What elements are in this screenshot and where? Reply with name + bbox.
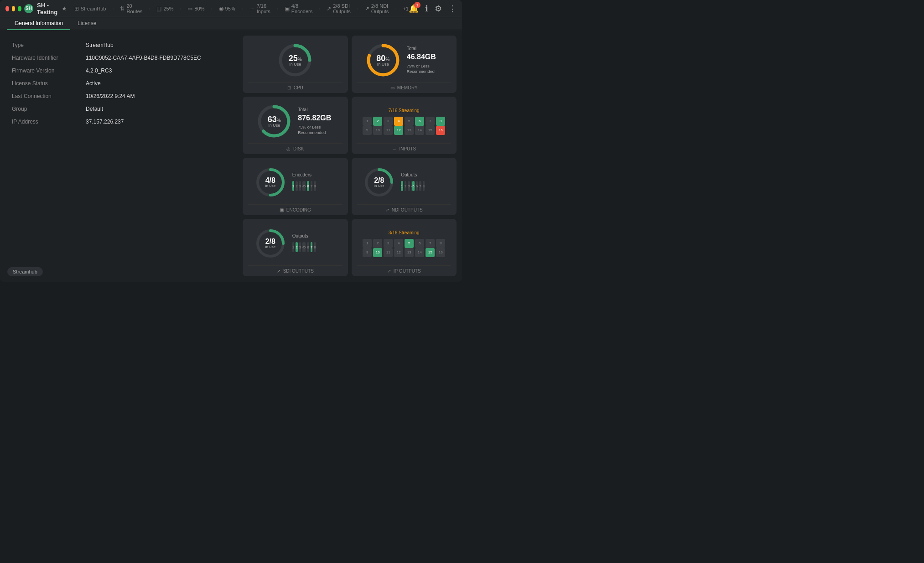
info-value: 37.157.226.237: [86, 119, 225, 130]
cpu-status-label: 25%: [163, 6, 173, 11]
enc-box-8: 8: [423, 181, 425, 191]
ndi-outputs-footer-icon: ↗: [385, 207, 389, 212]
info-row: IP Address 37.157.226.237: [12, 119, 225, 130]
sdi-outputs-label: Outputs: [292, 233, 308, 238]
ndi-outputs-grid: 12345678: [401, 181, 445, 192]
close-btn[interactable]: [5, 6, 9, 11]
more-options-button[interactable]: ⋮: [448, 4, 457, 14]
inputs-widget-footer: → INPUTS: [357, 143, 452, 151]
cpu-widget-body: 25% In Use: [248, 40, 343, 80]
info-label: Group: [12, 106, 85, 118]
separator6: ·: [277, 6, 278, 11]
enc-box-2: 2: [405, 181, 406, 191]
tab-license[interactable]: License: [70, 17, 104, 30]
status-ndi-outputs: ↗ 2/8 NDI Outputs: [365, 3, 389, 14]
info-label: License Status: [12, 80, 85, 92]
sdi-outputs-footer-label: SDI OUTPUTS: [283, 269, 314, 274]
status-disk: ◉ 95%: [219, 5, 235, 12]
maximize-btn[interactable]: [18, 6, 21, 11]
notification-badge: 1: [414, 2, 420, 8]
grid-box-14: 14: [415, 126, 424, 135]
inputs-widget: 7/16 Streaming 12345678910111213141516 →…: [352, 97, 457, 154]
disk-widget-footer: ◎ DISK: [248, 143, 343, 151]
enc-box-3: 3: [299, 242, 301, 252]
disk-info: Total 876.82GB 75% or Less Recommended: [298, 107, 334, 135]
grid-box-6: 6: [415, 239, 424, 248]
info-value: 110C9052-CAA7-4AF9-B4D8-FDB9D778C5EC: [86, 55, 225, 67]
plus-one-label: +1: [403, 6, 409, 11]
ndi-outputs-footer-label: NDI OUTPUTS: [392, 207, 423, 212]
grid-box-4: 4: [394, 239, 403, 248]
enc-box-5: 5: [412, 181, 414, 191]
grid-box-16: 16: [436, 126, 445, 135]
ndi-outputs-widget-footer: ↗ NDI OUTPUTS: [357, 204, 452, 212]
encoders-status-label: 4/8 Encoders: [291, 3, 312, 14]
disk-total-label: Total: [298, 107, 334, 112]
info-value: StreamHub: [86, 42, 225, 54]
separator4: ·: [211, 6, 213, 11]
separator: ·: [112, 6, 114, 11]
enc-box-7: 7: [311, 242, 312, 252]
grid-box-15: 15: [426, 126, 435, 135]
grid-box-16: 16: [436, 248, 445, 257]
grid-box-6: 6: [415, 117, 424, 126]
settings-button[interactable]: ⚙: [435, 4, 442, 14]
bottom-streamhub-label: Streamhub: [7, 267, 43, 276]
right-panel: 25% In Use ⊡ CPU: [237, 30, 462, 282]
grid-box-3: 3: [384, 239, 393, 248]
inputs-widget-body: 7/16 Streaming 12345678910111213141516: [357, 101, 452, 141]
grid-box-9: 9: [363, 126, 372, 135]
ip-outputs-grid: 12345678910111213141516: [363, 239, 445, 257]
info-row: License Status Active: [12, 80, 225, 92]
cpu-footer-icon: ⊡: [287, 85, 291, 90]
app-logo: SH: [24, 4, 33, 13]
grid-box-12: 12: [394, 248, 403, 257]
enc-box-7: 7: [419, 181, 421, 191]
favorite-icon[interactable]: ★: [62, 5, 67, 12]
memory-total-value: 46.84GB: [407, 53, 443, 61]
grid-box-1: 1: [363, 239, 372, 248]
minimize-btn[interactable]: [12, 6, 16, 11]
grid-box-10: 10: [373, 248, 382, 257]
info-label: IP Address: [12, 119, 85, 130]
ip-outputs-widget-footer: ↗ IP OUTPUTS: [357, 265, 452, 274]
enc-box-2: 2: [296, 242, 297, 252]
grid-box-13: 13: [405, 248, 414, 257]
app-window: SH SH - Testing ★ ⊞ StreamHub · ⇅ 20 Rou…: [0, 0, 462, 282]
status-sdi-outputs: ↗ 2/8 SDI Outputs: [327, 3, 351, 14]
grid-box-4: 4: [394, 117, 403, 126]
grid-box-8: 8: [436, 239, 445, 248]
grid-box-5: 5: [405, 117, 414, 126]
tab-general-information[interactable]: General Information: [7, 17, 70, 30]
grid-box-7: 7: [426, 239, 435, 248]
inputs-status-label: 7/16 Inputs: [257, 3, 270, 14]
cpu-widget-footer: ⊡ CPU: [248, 82, 343, 90]
info-table: Type StreamHubHardware Identifier 110C90…: [11, 41, 226, 131]
memory-status-label: 80%: [194, 6, 204, 11]
memory-footer-label: MEMORY: [397, 85, 418, 90]
notifications-button[interactable]: 🔔 1: [409, 4, 419, 14]
ndi-outputs-grid-container: Outputs 12345678: [401, 172, 445, 192]
status-memory: ▭ 80%: [187, 5, 204, 12]
status-routes: ⇅ 20 Routes: [120, 3, 142, 14]
ndi-outputs-widget-body: 2/8 In Use Outputs 12345678: [357, 162, 452, 202]
status-bar: ⊞ StreamHub · ⇅ 20 Routes · ◫ 25% · ▭ 80…: [74, 3, 409, 14]
info-label: Type: [12, 42, 85, 54]
ndi-outputs-widget: 2/8 In Use Outputs 12345678 ↗ NDI OUTPUT…: [352, 158, 457, 215]
encoding-grid: 12345678: [292, 181, 337, 192]
grid-box-15: 15: [426, 248, 435, 257]
inputs-grid: 12345678910111213141516: [363, 117, 445, 135]
sdi-outputs-grid-container: Outputs 12345678: [292, 233, 337, 253]
sdi-outputs-donut: 2/8 In Use: [254, 227, 287, 260]
disk-widget: 63% In Use Total 876.82GB 75% or Less Re…: [243, 97, 348, 154]
grid-box-1: 1: [363, 117, 372, 126]
left-panel: Type StreamHubHardware Identifier 110C90…: [0, 30, 237, 282]
ip-outputs-widget: 3/16 Streaming 12345678910111213141516 ↗…: [352, 219, 457, 276]
sdi-outputs-widget-footer: ↗ SDI OUTPUTS: [248, 265, 343, 274]
info-label: Firmware Version: [12, 67, 85, 79]
info-button[interactable]: ℹ: [425, 4, 428, 14]
ndi-outputs-status-icon: ↗: [365, 5, 369, 12]
enc-box-8: 8: [314, 242, 316, 252]
nav-tabs: General Information License: [7, 17, 104, 30]
inputs-status-icon: →: [249, 5, 255, 12]
